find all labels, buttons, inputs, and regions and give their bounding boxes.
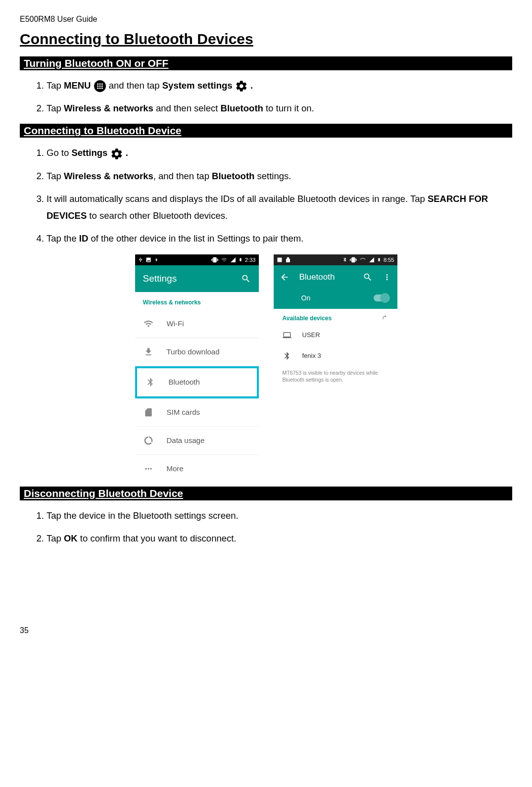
settings-gear-icon xyxy=(235,80,248,93)
vibrate-icon xyxy=(350,256,357,263)
section-heading-turning-on-off: Turning Bluetooth ON or OFF xyxy=(20,56,512,70)
list-label: Bluetooth xyxy=(169,378,200,386)
bluetooth-icon xyxy=(145,377,155,387)
list-label: More xyxy=(167,464,184,473)
bluetooth-icon xyxy=(283,351,291,360)
settings-item-turbo[interactable]: Turbo download xyxy=(135,338,259,366)
svg-point-1 xyxy=(97,83,98,85)
signal-icon xyxy=(369,257,375,263)
status-bar: 2:33 xyxy=(135,254,259,265)
settings-item-wifi[interactable]: Wi-Fi xyxy=(135,310,259,338)
list-label: Data usage xyxy=(167,436,205,444)
settings-title-bar: Settings xyxy=(135,265,259,292)
settings-item-bluetooth[interactable]: Bluetooth xyxy=(137,368,257,396)
bluetooth-toggle-row[interactable]: On xyxy=(274,289,397,309)
wifi-icon xyxy=(221,257,228,263)
more-icon xyxy=(144,464,153,474)
available-devices-header: Available devices xyxy=(274,309,397,325)
step-b4: Tap the ID of the other device in the li… xyxy=(47,230,512,247)
step-c2: Tap OK to confirm that you want to disco… xyxy=(47,530,512,547)
lock-icon xyxy=(285,257,291,263)
laptop-icon xyxy=(283,331,291,340)
svg-point-6 xyxy=(101,86,102,87)
settings-item-sim[interactable]: SIM cards xyxy=(135,398,259,427)
charging-icon xyxy=(154,256,159,263)
back-icon[interactable] xyxy=(280,272,290,282)
settings-title: Settings xyxy=(143,273,177,284)
wifi-icon xyxy=(144,319,153,329)
page-number: 35 xyxy=(20,626,512,635)
vibrate-icon xyxy=(211,256,218,263)
step-a1: Tap MENU and then tap System settings . xyxy=(47,77,512,94)
settings-gear-icon xyxy=(110,148,123,160)
section-heading-connecting: Connecting to Bluetooth Device xyxy=(20,124,512,138)
list-label: Wi-Fi xyxy=(167,319,184,328)
section-heading-disconnecting: Disconnecting Bluetooth Device xyxy=(20,487,512,500)
step-a2: Tap Wireless & networks and then select … xyxy=(47,100,512,117)
search-icon[interactable] xyxy=(363,272,373,282)
screenshot-bluetooth: 8:55 Bluetooth On Available devices USER… xyxy=(274,254,397,483)
status-time: 8:55 xyxy=(384,257,394,263)
step-b2: Tap Wireless & networks, and then tap Bl… xyxy=(47,168,512,185)
step-b3: It will automatically scans and displays… xyxy=(47,191,512,224)
step-b1: Go to Settings . xyxy=(47,145,512,161)
toggle-switch[interactable] xyxy=(374,295,388,301)
screenshots-row: 2:33 Settings Wireless & networks Wi-Fi … xyxy=(20,254,512,483)
device-name: USER xyxy=(302,331,320,339)
steps-list-a: Tap MENU and then tap System settings . … xyxy=(20,77,512,117)
svg-point-9 xyxy=(101,88,102,89)
available-label: Available devices xyxy=(283,315,332,322)
usb-icon xyxy=(138,256,143,263)
signal-icon xyxy=(230,257,236,263)
list-label: SIM cards xyxy=(167,408,200,416)
wifi-icon xyxy=(359,257,366,263)
svg-point-4 xyxy=(97,86,98,87)
document-header: E500RM8 User Guide xyxy=(20,15,512,24)
bluetooth-info-text: MT6753 is visible to nearby devices whil… xyxy=(274,366,397,390)
battery-icon xyxy=(239,256,242,263)
list-label: Turbo download xyxy=(167,347,220,356)
bluetooth-title: Bluetooth xyxy=(299,272,353,282)
steps-list-c: Tap the device in the Bluetooth settings… xyxy=(20,507,512,547)
device-fenix[interactable]: fenix 3 xyxy=(274,345,397,366)
more-vert-icon[interactable] xyxy=(383,272,391,282)
device-user[interactable]: USER xyxy=(274,325,397,345)
download-icon xyxy=(144,347,153,357)
svg-point-5 xyxy=(99,86,100,87)
settings-item-more[interactable]: More xyxy=(135,455,259,483)
bluetooth-title-bar: Bluetooth xyxy=(274,265,397,289)
page-title: Connecting to Bluetooth Devices xyxy=(20,31,512,48)
battery-icon xyxy=(377,256,381,263)
svg-point-8 xyxy=(99,88,100,89)
search-icon[interactable] xyxy=(241,274,251,284)
refresh-icon[interactable] xyxy=(382,315,388,322)
device-name: fenix 3 xyxy=(302,352,321,359)
screenshot-icon xyxy=(277,257,283,263)
settings-item-data[interactable]: Data usage xyxy=(135,427,259,455)
bluetooth-state: On xyxy=(301,294,311,302)
menu-icon xyxy=(94,80,106,93)
step-c1: Tap the device in the Bluetooth settings… xyxy=(47,507,512,524)
data-usage-icon xyxy=(144,436,153,445)
section-wireless-networks: Wireless & networks xyxy=(135,292,259,310)
screenshot-settings: 2:33 Settings Wireless & networks Wi-Fi … xyxy=(135,254,259,483)
screenshot-icon xyxy=(145,257,151,263)
status-bar: 8:55 xyxy=(274,254,397,265)
svg-point-2 xyxy=(99,83,100,85)
svg-point-3 xyxy=(101,83,102,85)
steps-list-b: Go to Settings . Tap Wireless & networks… xyxy=(20,145,512,247)
highlight-bluetooth: Bluetooth xyxy=(135,366,259,398)
sim-icon xyxy=(144,407,153,417)
status-time: 2:33 xyxy=(245,257,255,263)
bluetooth-status-icon xyxy=(342,256,347,263)
svg-point-7 xyxy=(97,88,98,89)
